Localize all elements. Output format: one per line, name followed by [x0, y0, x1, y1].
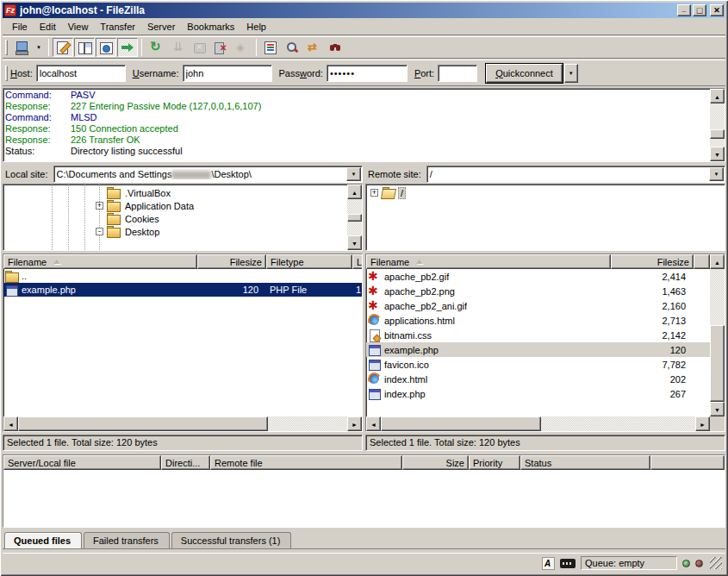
- local-list-column-l[interactable]: L: [352, 254, 362, 269]
- process-queue-button[interactable]: [167, 38, 188, 57]
- file-row-apache-pb2-gif[interactable]: apache_pb2.gif2,414: [366, 269, 710, 284]
- scroll-up-button[interactable]: [710, 254, 725, 269]
- resize-grip[interactable]: [710, 557, 722, 569]
- scroll-left-button[interactable]: [366, 416, 381, 431]
- tree-item-cookies[interactable]: Cookies: [3, 212, 347, 225]
- tree-item-[interactable]: +/: [366, 186, 725, 199]
- dropdown-button[interactable]: [33, 38, 45, 57]
- quickconnect-button[interactable]: Quickconnect: [486, 64, 563, 83]
- expand-icon[interactable]: +: [96, 202, 103, 210]
- tree-item-desktop[interactable]: -Desktop: [3, 225, 347, 238]
- file-row-applications-html[interactable]: applications.html2,713: [366, 313, 710, 328]
- toggle-local-tree-button[interactable]: [74, 38, 95, 57]
- file-row-favicon-ico[interactable]: favicon.ico7,782: [366, 357, 710, 372]
- remote-list-column-filesize[interactable]: Filesize: [611, 254, 694, 269]
- scroll-left-button[interactable]: [3, 416, 18, 431]
- scrollbar-track[interactable]: [381, 416, 695, 431]
- speed-limit-icon[interactable]: [560, 559, 576, 568]
- expand-icon[interactable]: +: [370, 189, 378, 197]
- scroll-right-button[interactable]: [347, 416, 362, 431]
- scrollbar-track[interactable]: [347, 199, 362, 235]
- quickbar-gripper[interactable]: [5, 66, 8, 81]
- tree-item-virtualbox[interactable]: .VirtualBox: [3, 186, 347, 199]
- local-tree-scrollbar[interactable]: [347, 185, 362, 250]
- collapse-icon[interactable]: -: [96, 228, 103, 235]
- remote-path-dropdown-button[interactable]: [709, 167, 724, 181]
- close-button[interactable]: [710, 4, 724, 16]
- toggle-remote-tree-button[interactable]: [96, 38, 116, 57]
- queue-column-size[interactable]: Size: [402, 455, 469, 470]
- remote-list-column-filename[interactable]: Filename: [366, 254, 611, 269]
- tree-item-application-data[interactable]: +Application Data: [3, 199, 347, 212]
- toggle-queue-button[interactable]: [117, 38, 138, 57]
- minimize-button[interactable]: [677, 4, 691, 16]
- scrollbar-track[interactable]: [710, 103, 725, 147]
- remote-path-combo[interactable]: /: [426, 166, 725, 183]
- tab-queued-files[interactable]: Queued files: [4, 532, 82, 548]
- file-row-index-html[interactable]: index.html202: [366, 372, 710, 386]
- scrollbar-thumb[interactable]: [381, 416, 541, 431]
- remote-vscrollbar[interactable]: [710, 254, 725, 416]
- file-row-bitnami-css[interactable]: bitnami.css2,142: [366, 328, 710, 342]
- maximize-button[interactable]: [693, 4, 706, 16]
- reconnect-button[interactable]: [232, 38, 252, 57]
- menu-item-help[interactable]: Help: [240, 20, 272, 34]
- title-bar[interactable]: Fz john@localhost - FileZilla: [3, 3, 725, 18]
- scroll-right-button[interactable]: [695, 416, 710, 431]
- synchronized-browsing-button[interactable]: [303, 38, 324, 57]
- filter-button[interactable]: [260, 38, 281, 57]
- queue-column-status[interactable]: Status: [520, 455, 650, 470]
- tab-successful-transfers-1[interactable]: Successful transfers (1): [171, 532, 292, 548]
- menu-item-edit[interactable]: Edit: [34, 20, 62, 34]
- queue-column-remote-file[interactable]: Remote file: [210, 455, 402, 470]
- queue-column-server-local-file[interactable]: Server/Local file: [3, 455, 161, 470]
- site-manager-button[interactable]: [11, 38, 32, 57]
- file-row-apache-pb2-ani-gif[interactable]: apache_pb2_ani.gif2,160: [366, 298, 710, 313]
- menu-item-bookmarks[interactable]: Bookmarks: [181, 20, 240, 34]
- cancel-button[interactable]: [189, 38, 209, 57]
- remote-hscrollbar[interactable]: [366, 416, 710, 431]
- scrollbar-track[interactable]: [710, 269, 725, 402]
- quickconnect-dropdown-button[interactable]: [564, 64, 578, 83]
- local-list-column-filetype[interactable]: Filetype: [266, 254, 352, 269]
- pass-input[interactable]: [327, 65, 408, 82]
- file-row-example-php[interactable]: example.php120: [366, 342, 710, 357]
- local-list-column-filename[interactable]: Filename: [3, 254, 197, 269]
- local-list-column-filesize[interactable]: Filesize: [197, 254, 266, 269]
- user-input[interactable]: [183, 65, 272, 82]
- scroll-down-button[interactable]: [710, 147, 725, 161]
- toolbar-gripper[interactable]: [5, 40, 8, 55]
- scroll-up-button[interactable]: [347, 185, 362, 199]
- file-row-example-php[interactable]: example.php120PHP File1: [3, 283, 362, 297]
- directory-comparison-button[interactable]: [282, 38, 302, 57]
- scroll-down-button[interactable]: [710, 402, 725, 416]
- queue-column-directi[interactable]: Directi...: [161, 455, 210, 470]
- menu-item-transfer[interactable]: Transfer: [94, 20, 141, 34]
- scrollbar-track[interactable]: [18, 416, 347, 431]
- scrollbar-thumb[interactable]: [710, 129, 725, 139]
- refresh-button[interactable]: [146, 38, 166, 57]
- menu-item-server[interactable]: Server: [141, 20, 181, 34]
- queue-column-priority[interactable]: Priority: [469, 455, 520, 470]
- tab-failed-transfers[interactable]: Failed transfers: [84, 532, 170, 548]
- scrollbar-thumb[interactable]: [347, 214, 362, 222]
- port-input[interactable]: [438, 65, 477, 82]
- file-row-apache-pb2-png[interactable]: apache_pb2.png1,463: [366, 284, 710, 298]
- disconnect-button[interactable]: [210, 38, 231, 57]
- scroll-down-button[interactable]: [347, 235, 362, 250]
- file-row-index-php[interactable]: index.php267: [366, 386, 710, 401]
- log-scrollbar[interactable]: [710, 89, 725, 161]
- menu-item-file[interactable]: File: [6, 20, 34, 34]
- local-path-dropdown-button[interactable]: [346, 167, 361, 181]
- scrollbar-thumb[interactable]: [18, 416, 268, 431]
- host-input[interactable]: [36, 65, 126, 82]
- file-row-[interactable]: ..: [3, 269, 362, 283]
- scrollbar-thumb[interactable]: [710, 325, 725, 402]
- scroll-up-button[interactable]: [710, 89, 725, 103]
- local-path-combo[interactable]: C:\Documents and Settings\Desktop\: [53, 166, 363, 183]
- menu-item-view[interactable]: View: [62, 20, 95, 34]
- toggle-log-button[interactable]: [53, 38, 73, 57]
- local-hscrollbar[interactable]: [3, 416, 362, 431]
- find-files-button[interactable]: [325, 38, 345, 57]
- file-name-cell: index.php: [366, 386, 611, 401]
